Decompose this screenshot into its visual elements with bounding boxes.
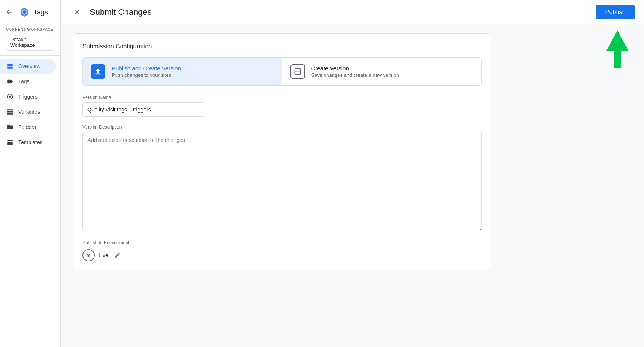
create-version-title: Create Version <box>311 65 399 72</box>
trigger-icon <box>6 93 14 100</box>
svg-rect-4 <box>7 113 10 115</box>
nav-label-overview: Overview <box>18 63 40 69</box>
env-name: Live <box>98 252 108 258</box>
svg-point-13 <box>88 255 89 256</box>
dialog-content: Submission Configuration Publish and Cre… <box>61 24 644 347</box>
create-version-desc: Save changes and create a new version <box>311 72 399 78</box>
nav-label-folders: Folders <box>18 124 36 130</box>
env-label: Publish to Environment <box>82 240 482 245</box>
submission-config-card: Submission Configuration Publish and Cre… <box>73 33 491 271</box>
grid-icon <box>6 62 14 70</box>
svg-rect-8 <box>7 140 13 141</box>
version-name-group: Version Name <box>82 95 482 117</box>
live-env-icon <box>82 249 95 261</box>
sidebar-item-variables[interactable]: Variables <box>0 104 56 119</box>
sidebar: Tags CURRENT WORKSPACE Default Workspace… <box>0 0 61 347</box>
svg-rect-2 <box>7 109 10 110</box>
nav-label-templates: Templates <box>18 139 43 145</box>
env-row: Live <box>82 249 482 261</box>
publish-create-desc: Push changes to your sites <box>112 72 181 78</box>
sidebar-nav: Overview Tags Triggers <box>0 56 60 347</box>
env-edit-button[interactable] <box>112 250 123 261</box>
create-version-option[interactable]: Create Version Save changes and create a… <box>282 58 482 85</box>
sidebar-item-overview[interactable]: Overview <box>0 59 56 74</box>
nav-label-tags: Tags <box>18 78 30 84</box>
version-name-input[interactable] <box>82 102 204 117</box>
back-button[interactable] <box>3 6 15 18</box>
version-description-textarea[interactable] <box>82 132 482 231</box>
publish-create-title: Publish and Create Version <box>112 65 181 72</box>
close-button[interactable] <box>70 5 84 19</box>
sidebar-item-tags[interactable]: Tags <box>0 74 56 89</box>
svg-rect-6 <box>10 111 13 113</box>
create-version-icon <box>290 64 305 79</box>
dialog-header: Submit Changes Publish <box>61 0 644 24</box>
svg-rect-5 <box>10 109 13 110</box>
publish-options-row: Publish and Create Version Push changes … <box>82 57 482 86</box>
tag-icon <box>6 78 14 85</box>
create-version-text: Create Version Save changes and create a… <box>311 65 399 78</box>
card-title: Submission Configuration <box>82 43 482 50</box>
svg-rect-3 <box>7 111 10 113</box>
publish-button[interactable]: Publish <box>596 5 635 19</box>
svg-rect-9 <box>7 142 10 145</box>
workspace-section: CURRENT WORKSPACE Default Workspace <box>0 24 60 56</box>
svg-point-1 <box>9 96 11 98</box>
version-name-label: Version Name <box>82 95 482 100</box>
submit-changes-dialog: Submit Changes Publish Submission Config… <box>61 0 644 347</box>
templates-icon <box>6 138 14 146</box>
folder-icon <box>6 123 14 131</box>
variables-icon <box>6 108 14 116</box>
sidebar-header: Tags <box>0 0 60 24</box>
app-title: Tags <box>33 8 48 16</box>
sidebar-item-folders[interactable]: Folders <box>0 119 56 135</box>
workspace-name[interactable]: Default Workspace <box>6 34 54 51</box>
dialog-title: Submit Changes <box>90 7 596 17</box>
app-logo <box>18 6 30 18</box>
publish-and-create-option[interactable]: Publish and Create Version Push changes … <box>83 58 282 85</box>
version-description-group: Version Description <box>82 124 482 232</box>
workspace-label: CURRENT WORKSPACE <box>6 27 54 32</box>
version-description-label: Version Description <box>82 124 482 130</box>
svg-rect-7 <box>10 113 13 115</box>
nav-label-triggers: Triggers <box>18 94 38 100</box>
sidebar-item-triggers[interactable]: Triggers <box>0 89 56 104</box>
sidebar-item-templates[interactable]: Templates <box>0 135 56 150</box>
publish-create-icon <box>90 64 106 79</box>
nav-label-variables: Variables <box>18 109 40 115</box>
publish-create-text: Publish and Create Version Push changes … <box>112 65 181 78</box>
svg-rect-10 <box>10 142 13 145</box>
publish-to-environment-section: Publish to Environment Live <box>82 240 482 261</box>
